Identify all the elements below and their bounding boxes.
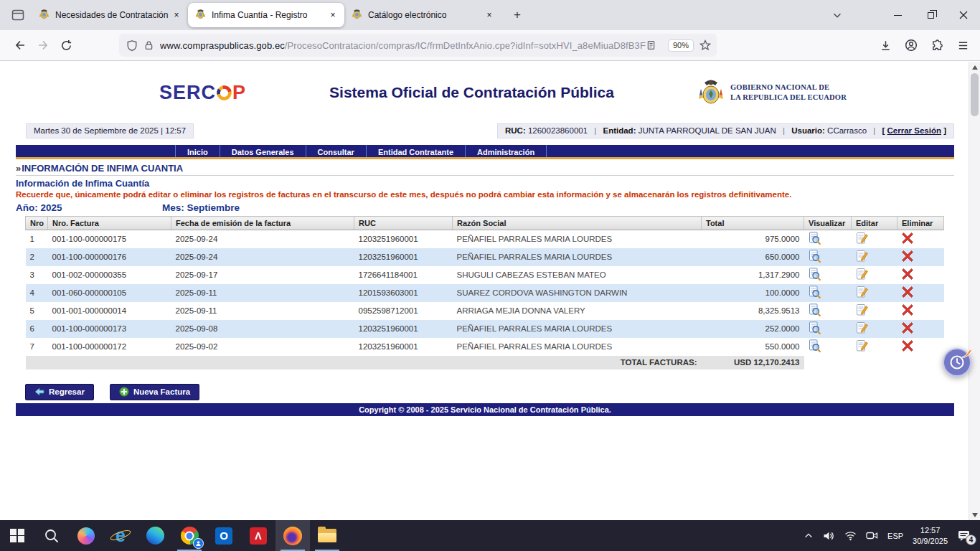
tab-close-icon[interactable]: × <box>482 8 496 22</box>
taskbar-clock[interactable]: 12:57 30/9/2025 <box>913 525 948 546</box>
scrollbar-up-icon[interactable] <box>969 62 980 72</box>
window-close-button[interactable] <box>947 0 980 30</box>
reload-icon[interactable] <box>55 34 77 56</box>
floating-clock-widget[interactable] <box>943 348 971 377</box>
list-all-tabs-icon[interactable] <box>825 4 849 26</box>
url-text[interactable]: www.compraspublicas.gob.ec/ProcesoContra… <box>160 40 646 51</box>
table-total-row: TOTAL FACTURAS: USD 12,170.2413 <box>26 356 944 369</box>
delete-invoice-icon[interactable] <box>902 268 913 280</box>
edit-invoice-icon[interactable] <box>856 232 868 245</box>
page-title: Sistema Oficial de Contratación Pública <box>246 84 697 101</box>
shield-icon[interactable] <box>126 39 138 52</box>
window-minimize-button[interactable] <box>881 0 914 30</box>
col-header-razon-social: Razón Social <box>453 217 702 230</box>
edit-invoice-icon[interactable] <box>856 321 868 334</box>
zoom-level-badge[interactable]: 90% <box>668 39 694 52</box>
window-restore-button[interactable] <box>914 0 947 30</box>
invoices-table: Nro Nro. Factura Fecha de emisión de la … <box>25 216 944 369</box>
view-invoice-icon[interactable] <box>809 339 821 352</box>
invoice-number: 001-001-000000014 <box>48 302 171 320</box>
regresar-button[interactable]: Regresar <box>25 384 94 400</box>
meet-now-camera-icon[interactable] <box>866 530 878 541</box>
view-invoice-icon[interactable] <box>809 303 821 316</box>
edit-invoice-icon[interactable] <box>856 339 868 352</box>
tab-close-icon[interactable]: × <box>169 8 184 22</box>
notification-center-icon[interactable]: 4 <box>957 529 971 542</box>
outlook-icon[interactable]: O <box>207 520 241 551</box>
lock-icon[interactable] <box>143 39 154 51</box>
usuario-label: Usuario: <box>791 126 825 135</box>
scrollbar-down-icon[interactable] <box>969 509 980 520</box>
system-tray: ESP 12:57 30/9/2025 4 <box>804 520 980 551</box>
menu-hamburger-icon[interactable] <box>951 34 974 56</box>
logout-link[interactable]: Cerrar Sesión <box>887 126 941 135</box>
delete-invoice-icon[interactable] <box>902 340 913 352</box>
delete-invoice-icon[interactable] <box>902 232 913 244</box>
volume-icon[interactable] <box>823 530 835 542</box>
view-invoice-icon[interactable] <box>809 321 821 334</box>
action-buttons-row: Regresar Nueva Factura <box>25 384 954 400</box>
invoice-total: 252.0000 <box>702 320 804 338</box>
new-tab-button[interactable]: + <box>507 4 528 26</box>
view-invoice-icon[interactable] <box>809 268 821 281</box>
wifi-icon[interactable] <box>844 530 857 541</box>
view-invoice-icon[interactable] <box>809 286 821 298</box>
internet-explorer-icon[interactable]: e <box>103 520 138 551</box>
site-footer: Copyright © 2008 - 2025 Servicio Naciona… <box>16 403 954 416</box>
view-invoice-icon[interactable] <box>809 232 821 245</box>
copilot-icon[interactable] <box>69 520 103 551</box>
invoice-date: 2025-09-11 <box>171 302 354 320</box>
firefox-icon[interactable] <box>275 520 310 551</box>
back-icon[interactable] <box>9 34 32 56</box>
supplier-name: ARRIAGA MEJIA DONNA VALERY <box>453 302 702 320</box>
supplier-ruc: 1203251960001 <box>354 248 453 266</box>
delete-invoice-icon[interactable] <box>902 322 913 334</box>
delete-invoice-icon[interactable] <box>902 286 913 298</box>
tray-expand-icon[interactable] <box>804 531 814 541</box>
chrome-icon[interactable] <box>172 520 207 551</box>
menu-item-administracion[interactable]: Administración <box>465 145 547 157</box>
extensions-puzzle-icon[interactable] <box>925 34 948 56</box>
file-explorer-icon[interactable] <box>310 520 344 551</box>
menu-item-datos-generales[interactable]: Datos Generales <box>220 145 306 157</box>
account-icon[interactable] <box>900 34 923 56</box>
edit-invoice-icon[interactable] <box>856 286 868 298</box>
forward-icon[interactable] <box>32 34 55 56</box>
view-invoice-icon[interactable] <box>809 250 821 263</box>
invoice-date: 2025-09-02 <box>171 338 354 356</box>
breadcrumb-marker: » <box>16 163 21 174</box>
firefox-view-icon[interactable] <box>7 4 29 26</box>
bookmark-star-icon[interactable] <box>699 39 711 51</box>
table-row: 4 001-060-000000105 2025-09-11 120159360… <box>26 284 944 302</box>
acrobat-icon[interactable]: Λ <box>241 520 275 551</box>
address-bar[interactable]: www.compraspublicas.gob.ec/ProcesoContra… <box>119 34 717 57</box>
browser-tab-infima-cuantia[interactable]: Infima Cuantía - Registro × <box>188 3 344 27</box>
edit-invoice-icon[interactable] <box>856 250 868 263</box>
menu-item-inicio[interactable]: Inicio <box>175 145 220 157</box>
menu-item-consultar[interactable]: Consultar <box>306 145 366 157</box>
edge-icon[interactable] <box>138 520 172 551</box>
invoice-total: 100.0000 <box>702 284 804 302</box>
downloads-icon[interactable] <box>874 34 897 56</box>
taskbar-search-icon[interactable] <box>34 520 69 551</box>
scrollbar-thumb[interactable] <box>971 73 979 116</box>
nueva-factura-button[interactable]: Nueva Factura <box>110 384 199 400</box>
invoice-date: 2025-09-11 <box>171 284 354 302</box>
menu-item-entidad-contratante[interactable]: Entidad Contratante <box>366 145 465 157</box>
edit-invoice-icon[interactable] <box>856 303 868 316</box>
language-indicator[interactable]: ESP <box>887 532 903 540</box>
tab-favicon-icon <box>352 9 362 22</box>
browser-tab-necesidades[interactable]: Necesidades de Contratación y × <box>32 3 188 27</box>
year-label: Año: 2025 <box>16 202 162 213</box>
start-button[interactable] <box>0 520 34 551</box>
ecuador-coat-of-arms-icon <box>697 77 725 108</box>
browser-tab-catalogo[interactable]: Catálogo electrónico × <box>344 3 501 27</box>
delete-invoice-icon[interactable] <box>902 250 913 262</box>
reader-mode-icon[interactable] <box>646 39 656 51</box>
notification-count-badge: 4 <box>966 534 976 545</box>
vertical-scrollbar[interactable] <box>969 62 980 520</box>
main-menu: Inicio Datos Generales Consultar Entidad… <box>16 145 954 159</box>
edit-invoice-icon[interactable] <box>856 268 868 281</box>
delete-invoice-icon[interactable] <box>902 304 913 316</box>
tab-close-icon[interactable]: × <box>326 8 340 22</box>
